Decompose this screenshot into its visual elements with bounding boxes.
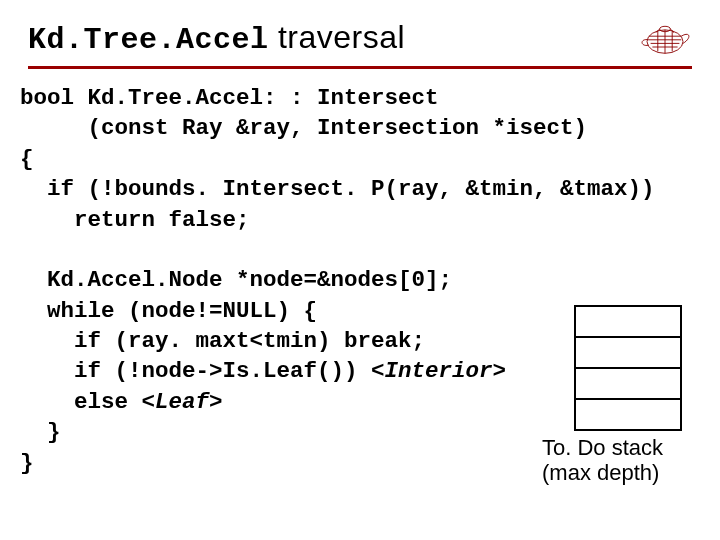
stack-label-line: (max depth): [542, 460, 659, 485]
code-italic: <Interior>: [371, 358, 506, 384]
code-line: }: [20, 419, 61, 445]
code-line: while (node!=NULL) {: [20, 298, 317, 324]
code-line: return false;: [20, 207, 250, 233]
divider: [28, 66, 692, 69]
code-line: bool Kd.Tree.Accel: : Intersect: [20, 85, 439, 111]
stack-label-line: To. Do stack: [542, 435, 663, 460]
stack-cell: [575, 399, 681, 430]
code-line: if (ray. maxt<tmin) break;: [20, 328, 425, 354]
title-row: Kd.Tree.Accel traversal: [28, 16, 692, 60]
code-italic: <Leaf>: [142, 389, 223, 415]
stack-label: To. Do stack (max depth): [542, 435, 692, 486]
stack-grid: [574, 305, 682, 431]
slide: Kd.Tree.Accel traversal: [0, 0, 720, 540]
stack-cell: [575, 368, 681, 399]
teapot-icon: [638, 16, 692, 60]
stack-cell: [575, 306, 681, 337]
code-line: if (!bounds. Intersect. P(ray, &tmin, &t…: [20, 176, 655, 202]
code-line: if (!node->Is.Leaf()): [20, 358, 371, 384]
code-line: Kd.Accel.Node *node=&nodes[0];: [20, 267, 452, 293]
stack-diagram: [574, 305, 682, 431]
code-line: {: [20, 146, 34, 172]
title-mono: Kd.Tree.Accel: [28, 23, 269, 57]
slide-title: Kd.Tree.Accel traversal: [28, 19, 405, 57]
stack-cell: [575, 337, 681, 368]
code-line: else: [20, 389, 142, 415]
code-line: (const Ray &ray, Intersection *isect): [20, 115, 587, 141]
title-rest: traversal: [269, 19, 406, 55]
code-line: }: [20, 450, 34, 476]
